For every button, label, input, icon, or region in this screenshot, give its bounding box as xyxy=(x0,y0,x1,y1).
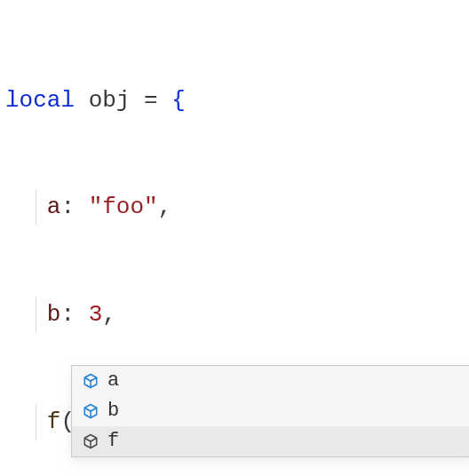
code-line: b: 3, xyxy=(5,297,464,332)
field-b: b xyxy=(47,301,61,328)
cube-icon xyxy=(83,373,99,389)
code-line: a: "foo", xyxy=(5,189,464,225)
identifier-obj: obj xyxy=(89,87,131,114)
autocomplete-label: a xyxy=(107,371,119,391)
autocomplete-label: f xyxy=(107,432,119,451)
autocomplete-label: b xyxy=(107,401,119,421)
number-literal: 3 xyxy=(89,301,103,328)
brace-open: { xyxy=(171,87,186,114)
cube-icon xyxy=(83,433,99,449)
autocomplete-popup[interactable]: a b f xyxy=(71,365,469,457)
string-literal: "foo" xyxy=(89,194,158,220)
keyword-local: local xyxy=(5,87,75,114)
autocomplete-item-b[interactable]: b xyxy=(72,396,469,426)
function-f: f xyxy=(47,409,61,435)
cube-icon xyxy=(83,403,99,419)
field-a: a xyxy=(47,194,61,220)
autocomplete-item-a[interactable]: a xyxy=(72,366,469,396)
code-line: local obj = { xyxy=(5,83,464,118)
autocomplete-item-f[interactable]: f xyxy=(72,426,469,456)
